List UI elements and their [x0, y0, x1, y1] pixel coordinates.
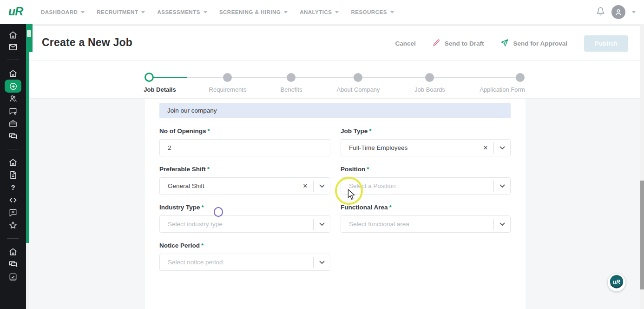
job-type-select[interactable]: Full-Time Employees ✕: [341, 139, 511, 156]
position-select[interactable]: Select a Position: [341, 177, 511, 195]
chevron-down-icon[interactable]: [494, 146, 510, 150]
home-icon[interactable]: [8, 30, 18, 40]
briefcase-icon[interactable]: [8, 119, 18, 128]
chevron-down-icon: [141, 11, 145, 13]
stepper-progress: [149, 77, 187, 78]
chevron-down-icon[interactable]: [314, 261, 330, 264]
code-icon[interactable]: [8, 195, 18, 205]
clear-icon[interactable]: ✕: [482, 144, 489, 151]
step-label-job-boards[interactable]: Job Boards: [393, 86, 467, 93]
home-icon[interactable]: [8, 69, 18, 78]
field-label-position: Position*: [341, 166, 369, 173]
paper-plane-icon: [500, 39, 509, 48]
nav-assessments[interactable]: ASSESSMENTS: [157, 9, 207, 15]
step-dot-job-boards[interactable]: [425, 73, 434, 82]
page-header: Create a New Job Cancel Send to Draft Se…: [29, 26, 644, 60]
page-scrollbar-thumb[interactable]: [640, 181, 644, 289]
required-asterisk: *: [202, 204, 204, 211]
required-asterisk: *: [208, 128, 210, 134]
required-asterisk: *: [369, 128, 371, 134]
navbar-right: [596, 0, 636, 24]
field-label-preferable-shift: Preferable Shift*: [159, 166, 210, 173]
chat-forward-icon[interactable]: [8, 132, 18, 141]
step-label-application-form[interactable]: Application Form: [465, 86, 539, 93]
field-label-notice-period: Notice Period*: [159, 242, 204, 249]
step-label-about-company[interactable]: About Company: [321, 86, 395, 93]
help-icon[interactable]: ?: [8, 183, 18, 192]
cancel-button[interactable]: Cancel: [395, 40, 415, 47]
chat-forward-icon[interactable]: [8, 260, 18, 269]
send-for-approval-button[interactable]: Send for Approval: [500, 39, 567, 48]
notice-period-select[interactable]: Select notice period: [159, 254, 330, 271]
required-asterisk: *: [389, 204, 392, 211]
chat-r-icon[interactable]: R: [8, 208, 18, 217]
stepper-track: [149, 77, 520, 78]
publish-button[interactable]: Publish: [584, 35, 628, 52]
nav-resources[interactable]: RESOURCES: [351, 9, 394, 15]
clear-icon[interactable]: ✕: [302, 182, 309, 189]
document-icon[interactable]: [8, 170, 18, 180]
step-label-requirements[interactable]: Requirements: [191, 86, 265, 93]
users-icon[interactable]: [8, 94, 18, 103]
required-asterisk: *: [367, 166, 369, 173]
account-chevron-down-icon[interactable]: [632, 11, 636, 13]
star-icon[interactable]: [8, 221, 18, 230]
preferable-shift-select[interactable]: General Shift ✕: [159, 177, 330, 195]
task-check-icon[interactable]: [8, 272, 18, 282]
sidebar-divider: [7, 238, 19, 239]
main-menu: DASHBOARD RECRUITMENT ASSESSMENTS SCREEN…: [41, 0, 394, 24]
ur-agent-badge[interactable]: uR · UR AGENT ·: [606, 272, 627, 293]
step-label-benefits[interactable]: Benefits: [254, 86, 329, 93]
chat-dot-icon[interactable]: [8, 107, 18, 116]
nav-recruitment[interactable]: RECRUITMENT: [97, 9, 145, 15]
step-label-job-details[interactable]: Job Details: [123, 86, 197, 93]
job-stepper: Job Details Requirements Benefits About …: [29, 60, 644, 99]
chevron-down-icon: [81, 11, 85, 13]
sidebar-item-create-job-active[interactable]: [5, 80, 21, 93]
chevron-down-icon[interactable]: [494, 222, 510, 226]
create-job-page: uR DASHBOARD RECRUITMENT ASSESSMENTS SCR…: [0, 0, 644, 309]
green-panel-edge[interactable]: [26, 24, 29, 243]
top-navbar: uR DASHBOARD RECRUITMENT ASSESSMENTS SCR…: [0, 0, 644, 24]
no-of-openings-input[interactable]: 2: [159, 139, 330, 156]
green-panel-toggle[interactable]: [27, 30, 31, 37]
field-label-functional-area: Functional Area*: [341, 204, 392, 211]
required-asterisk: *: [207, 166, 210, 173]
send-to-draft-button[interactable]: Send to Draft: [433, 39, 484, 48]
chevron-down-icon[interactable]: [494, 184, 510, 188]
nav-screening-hiring[interactable]: SCREENING & HIRING: [219, 9, 288, 15]
chevron-down-icon: [284, 11, 288, 13]
left-sidebar: ? R: [0, 24, 26, 309]
header-actions: Cancel Send to Draft Send for Approval P…: [395, 26, 628, 60]
home-icon[interactable]: [8, 158, 18, 167]
svg-text:R: R: [12, 210, 14, 214]
field-label-industry-type: Industry Type*: [159, 204, 204, 211]
chevron-down-icon: [335, 11, 339, 13]
user-avatar[interactable]: [611, 5, 625, 19]
step-dot-requirements[interactable]: [223, 73, 232, 82]
functional-area-select[interactable]: Select functional area: [341, 215, 511, 233]
nav-analytics[interactable]: ANALYTICS: [300, 9, 339, 15]
industry-type-select[interactable]: Select industry type: [159, 215, 330, 233]
step-dot-application-form[interactable]: [516, 73, 525, 82]
step-dot-about-company[interactable]: [354, 73, 362, 82]
mail-icon[interactable]: [8, 42, 18, 52]
home-icon[interactable]: [8, 247, 18, 256]
plus-circle-icon: [9, 82, 18, 91]
bell-icon[interactable]: [596, 7, 605, 18]
app-logo[interactable]: uR: [8, 5, 23, 18]
chevron-down-icon[interactable]: [314, 222, 330, 226]
nav-dashboard[interactable]: DASHBOARD: [41, 9, 85, 15]
step-dot-job-details[interactable]: [145, 73, 154, 82]
required-asterisk: *: [201, 242, 204, 249]
field-label-no-of-openings: No of Openings*: [159, 128, 210, 134]
description-highlighted-text[interactable]: Join our company: [159, 103, 511, 118]
page-title: Create a New Job: [42, 36, 132, 49]
field-label-job-type: Job Type*: [341, 128, 372, 134]
pencil-icon: [433, 39, 440, 48]
sidebar-divider: [7, 60, 19, 60]
chevron-down-icon[interactable]: [314, 184, 330, 188]
agent-logo-text: uR: [613, 279, 620, 285]
step-dot-benefits[interactable]: [287, 73, 296, 82]
chevron-down-icon: [390, 11, 394, 13]
